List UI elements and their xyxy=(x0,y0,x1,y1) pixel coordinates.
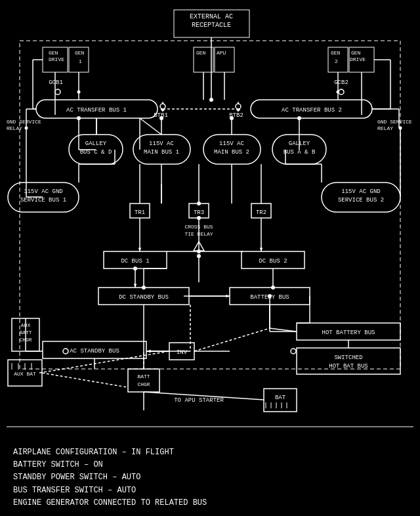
diagram-canvas xyxy=(0,0,420,516)
electrical-diagram: AIRPLANE CONFIGURATION – IN FLIGHTBATTER… xyxy=(0,0,420,516)
footer-text: AIRPLANE CONFIGURATION – IN FLIGHTBATTER… xyxy=(13,446,207,509)
